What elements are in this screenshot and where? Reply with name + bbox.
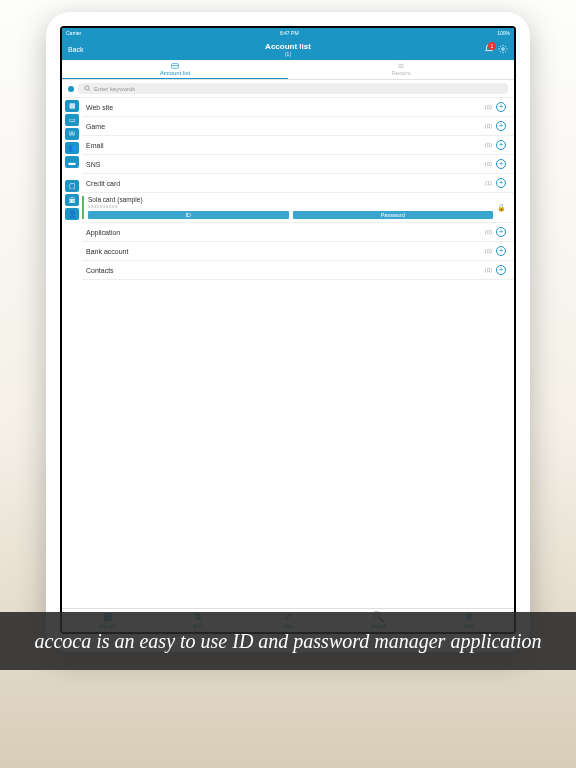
count-label: (0): [485, 267, 492, 273]
category-label: Credit card: [86, 180, 120, 187]
list-item[interactable]: Email (0)+: [82, 136, 514, 155]
recent-icon: [397, 63, 405, 69]
page-title: Account list: [62, 42, 514, 51]
category-label: Bank account: [86, 248, 128, 255]
back-button[interactable]: Back: [68, 46, 84, 53]
sidebar-app-icon[interactable]: ▢: [65, 180, 79, 192]
clock-label: 8:47 PM: [280, 30, 299, 36]
list-item[interactable]: Credit card (1)+: [82, 174, 514, 193]
filter-dot[interactable]: [68, 86, 74, 92]
search-icon: [84, 85, 91, 92]
expanded-entry[interactable]: Sola card (sample) xxxxxxxxxx ID Passwor…: [82, 193, 514, 223]
entry-lock-icon[interactable]: 🔒: [493, 196, 506, 219]
carrier-label: Carrier: [66, 30, 81, 36]
add-icon[interactable]: +: [496, 227, 506, 237]
list-item[interactable]: Game (0)+: [82, 117, 514, 136]
sidebar-contacts-icon[interactable]: 👤: [65, 208, 79, 220]
copy-id-button[interactable]: ID: [88, 211, 289, 219]
tablet-frame: Carrier 8:47 PM 100% Back Account list (…: [46, 12, 530, 652]
count-label: (1): [485, 180, 492, 186]
notification-button[interactable]: 1: [484, 44, 494, 54]
add-icon[interactable]: +: [496, 140, 506, 150]
list-item[interactable]: SNS (0)+: [82, 155, 514, 174]
search-placeholder: Enter keywords: [94, 86, 135, 92]
list-item[interactable]: Application (0)+: [82, 223, 514, 242]
entry-masked: xxxxxxxxxx: [88, 203, 493, 209]
page-subtitle: (1): [62, 51, 514, 57]
segment-control: Account list Recent: [62, 60, 514, 80]
list-item[interactable]: Bank account (0)+: [82, 242, 514, 261]
gear-icon[interactable]: [498, 44, 508, 54]
list-icon: [171, 63, 179, 69]
search-row: Enter keywords: [62, 80, 514, 98]
list-item[interactable]: Contacts (0)+: [82, 261, 514, 280]
add-icon[interactable]: +: [496, 246, 506, 256]
category-sidebar: ▦ ▭ ✉ 👥 ▬ ▢ 🏛 👤: [62, 98, 82, 608]
search-input[interactable]: Enter keywords: [78, 83, 508, 94]
tab-account-list[interactable]: Account list: [62, 60, 288, 79]
sidebar-sns-icon[interactable]: 👥: [65, 142, 79, 154]
content-area: ▦ ▭ ✉ 👥 ▬ ▢ 🏛 👤 Web site (0)+ Game (0)+ …: [62, 98, 514, 608]
list-item[interactable]: Web site (0)+: [82, 98, 514, 117]
active-indicator: [82, 196, 84, 219]
sidebar-bank-icon[interactable]: 🏛: [65, 194, 79, 206]
category-label: SNS: [86, 161, 100, 168]
tab-recent-label: Recent: [391, 70, 410, 76]
svg-point-6: [85, 86, 89, 90]
tab-list-label: Account list: [160, 70, 191, 76]
add-icon[interactable]: +: [496, 121, 506, 131]
entry-name: Sola card (sample): [88, 196, 493, 203]
category-label: Application: [86, 229, 120, 236]
screen-bezel: Carrier 8:47 PM 100% Back Account list (…: [60, 26, 516, 634]
sidebar-card-icon[interactable]: ▬: [65, 156, 79, 168]
category-label: Contacts: [86, 267, 114, 274]
copy-password-button[interactable]: Password: [293, 211, 494, 219]
count-label: (0): [485, 248, 492, 254]
category-label: Game: [86, 123, 105, 130]
add-icon[interactable]: +: [496, 159, 506, 169]
count-label: (0): [485, 104, 492, 110]
add-icon[interactable]: +: [496, 102, 506, 112]
notification-badge: 1: [488, 42, 496, 50]
count-label: (0): [485, 161, 492, 167]
nav-bar: Back Account list (1) 1: [62, 38, 514, 60]
category-label: Email: [86, 142, 104, 149]
app-screen: Carrier 8:47 PM 100% Back Account list (…: [62, 28, 514, 632]
marketing-caption: accoca is an easy to use ID and password…: [0, 612, 576, 670]
count-label: (0): [485, 142, 492, 148]
category-label: Web site: [86, 104, 113, 111]
tab-recent[interactable]: Recent: [288, 60, 514, 79]
status-bar: Carrier 8:47 PM 100%: [62, 28, 514, 38]
count-label: (0): [485, 123, 492, 129]
sidebar-email-icon[interactable]: ✉: [65, 128, 79, 140]
sidebar-game-icon[interactable]: ▭: [65, 114, 79, 126]
battery-label: 100%: [497, 30, 510, 36]
svg-point-0: [502, 48, 505, 51]
add-icon[interactable]: +: [496, 265, 506, 275]
count-label: (0): [485, 229, 492, 235]
category-list: Web site (0)+ Game (0)+ Email (0)+ SNS (…: [82, 98, 514, 608]
add-icon[interactable]: +: [496, 178, 506, 188]
nav-title-wrap: Account list (1): [62, 42, 514, 57]
svg-line-7: [88, 89, 89, 90]
sidebar-website-icon[interactable]: ▦: [65, 100, 79, 112]
